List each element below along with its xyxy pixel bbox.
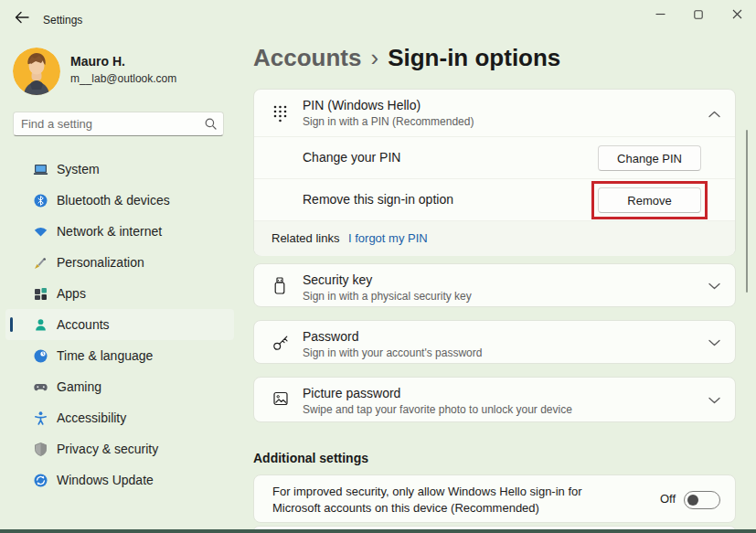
accessibility-icon [33, 410, 48, 426]
related-links-label: Related links [272, 231, 339, 245]
minimize-icon [655, 6, 665, 23]
close-button[interactable] [718, 0, 756, 29]
personalization-icon [33, 255, 48, 271]
sidebar-item-personalization[interactable]: Personalization [5, 247, 234, 278]
remove-button[interactable]: Remove [598, 187, 701, 213]
sidebar: System Bluetooth & devices Network & int… [5, 154, 234, 496]
breadcrumb-separator: › [370, 44, 378, 71]
selected-indicator [10, 317, 13, 332]
change-pin-button[interactable]: Change PIN [598, 145, 701, 171]
forgot-pin-link[interactable]: I forgot my PIN [348, 231, 428, 245]
toggle-state-label: Off [660, 492, 676, 506]
chevron-down-icon [708, 334, 720, 350]
sidebar-item-gaming[interactable]: Gaming [5, 371, 234, 402]
network-icon [33, 224, 48, 240]
toggle-knob [687, 495, 698, 506]
sidebar-item-network[interactable]: Network & internet [5, 216, 234, 247]
windows-hello-only-card: For improved security, only allow Window… [253, 474, 736, 523]
back-arrow-icon [15, 11, 29, 27]
time-language-icon [33, 348, 48, 364]
bluetooth-icon [33, 193, 48, 208]
maximize-button[interactable] [679, 0, 718, 29]
search-input[interactable] [14, 117, 197, 131]
chevron-up-icon [708, 105, 720, 122]
pin-card-header[interactable]: PIN (Windows Hello) Sign in with a PIN (… [254, 90, 735, 136]
breadcrumb: Accounts›Sign-in options [253, 44, 560, 72]
windows-hello-only-toggle[interactable] [684, 491, 720, 509]
back-button[interactable] [11, 9, 33, 29]
close-icon [732, 6, 742, 23]
security-key-card[interactable]: Security key Sign in with a physical sec… [253, 263, 736, 307]
user-name: Mauro H. [70, 54, 125, 69]
minimize-button[interactable] [641, 0, 679, 29]
vertical-scrollbar[interactable] [746, 130, 748, 293]
page-title: Sign-in options [388, 44, 560, 71]
password-key-icon [272, 333, 291, 356]
apps-icon [33, 286, 48, 302]
sidebar-item-accounts[interactable]: Accounts [5, 309, 234, 340]
sidebar-item-time-language[interactable]: Time & language [5, 340, 234, 371]
avatar [13, 48, 60, 95]
window-title: Settings [43, 14, 82, 27]
window-bottom-edge [0, 529, 756, 533]
search-icon [197, 118, 223, 130]
additional-settings-heading: Additional settings [253, 451, 368, 465]
chevron-down-icon [708, 391, 720, 408]
related-links-row: Related links I forgot my PIN [254, 220, 735, 256]
windows-hello-only-description: For improved security, only allow Window… [272, 484, 582, 517]
maximize-icon [694, 6, 703, 23]
sidebar-item-privacy-security[interactable]: Privacy & security [5, 433, 234, 464]
system-icon [33, 162, 48, 177]
pin-card: PIN (Windows Hello) Sign in with a PIN (… [253, 89, 736, 256]
picture-password-card[interactable]: Picture password Swipe and tap your favo… [253, 377, 736, 422]
windows-update-icon [33, 473, 48, 488]
picture-password-icon [272, 389, 290, 411]
privacy-icon [33, 442, 48, 457]
sidebar-item-system[interactable]: System [5, 154, 234, 185]
security-key-icon [272, 276, 288, 300]
breadcrumb-accounts[interactable]: Accounts [253, 44, 361, 71]
user-email: m__lab@outlook.com [70, 72, 176, 85]
remove-pin-row: Remove this sign-in option Remove [254, 178, 735, 220]
pin-card-subtitle: Sign in with a PIN (Recommended) [303, 115, 474, 128]
pin-keypad-icon [272, 103, 289, 126]
sidebar-item-apps[interactable]: Apps [5, 278, 234, 309]
settings-window: Settings Mauro H. m__lab@outlook.com [0, 0, 756, 533]
chevron-down-icon [708, 277, 720, 293]
sidebar-item-accessibility[interactable]: Accessibility [5, 402, 234, 433]
pin-card-title: PIN (Windows Hello) [303, 98, 474, 112]
change-pin-row: Change your PIN Change PIN [254, 136, 735, 178]
sidebar-item-bluetooth[interactable]: Bluetooth & devices [5, 185, 234, 216]
gaming-icon [33, 379, 48, 395]
sidebar-item-windows-update[interactable]: Windows Update [5, 464, 234, 496]
accounts-icon [33, 317, 48, 333]
password-card[interactable]: Password Sign in with your account's pas… [253, 320, 736, 364]
search-box [13, 112, 224, 136]
titlebar: Settings [0, 0, 756, 37]
